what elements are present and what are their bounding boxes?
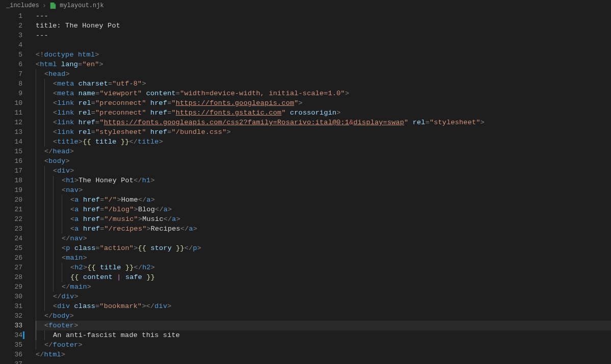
line-number[interactable]: 35 — [0, 340, 22, 350]
nunjucks-file-icon — [49, 2, 57, 9]
code-line[interactable]: <div class="bookmark"></div> — [36, 301, 611, 311]
code-line[interactable]: <div> — [36, 166, 611, 176]
line-number[interactable]: 28 — [0, 272, 22, 282]
line-number[interactable]: 24 — [0, 234, 22, 243]
line-number[interactable]: 16 — [0, 156, 22, 166]
code-line[interactable]: <nav> — [36, 185, 611, 195]
line-number[interactable]: 9 — [0, 89, 22, 98]
code-line[interactable]: {{ content | safe }} — [36, 272, 611, 282]
line-number[interactable]: 10 — [0, 98, 22, 108]
line-number[interactable]: 33 — [0, 321, 22, 330]
code-line[interactable]: <link rel="preconnect" href="https://fon… — [36, 108, 611, 118]
line-number[interactable]: 3 — [0, 31, 22, 40]
line-number[interactable]: 7 — [0, 69, 22, 79]
code-line[interactable]: <link href="https://fonts.googleapis.com… — [36, 118, 611, 127]
code-line[interactable] — [36, 40, 611, 50]
code-content[interactable]: --- title: The Honey Pot --- <!doctype h… — [26, 11, 611, 364]
line-number[interactable]: 31 — [0, 301, 22, 311]
line-number[interactable]: 14 — [0, 137, 22, 147]
line-number-gutter[interactable]: 1 2 3 4 5 6 7 8 9 10 11 12 13 14 15 16 1… — [0, 11, 26, 364]
code-line[interactable]: </html> — [36, 350, 611, 359]
code-line[interactable]: <!doctype html> — [36, 50, 611, 60]
code-editor[interactable]: 1 2 3 4 5 6 7 8 9 10 11 12 13 14 15 16 1… — [0, 11, 611, 364]
code-line[interactable]: <footer> — [36, 321, 611, 330]
code-line[interactable]: --- — [36, 31, 611, 40]
code-line[interactable]: </head> — [36, 147, 611, 156]
line-number[interactable]: 34 — [0, 330, 22, 340]
line-number[interactable]: 20 — [0, 195, 22, 205]
line-number[interactable]: 30 — [0, 292, 22, 301]
line-number[interactable]: 25 — [0, 243, 22, 253]
line-number[interactable]: 37 — [0, 359, 22, 364]
line-number[interactable]: 6 — [0, 60, 22, 69]
code-line[interactable]: <h1>The Honey Pot</h1> — [36, 176, 611, 185]
code-line[interactable]: </main> — [36, 282, 611, 292]
code-line[interactable]: <main> — [36, 253, 611, 263]
code-line[interactable]: <h2>{{ title }}</h2> — [36, 263, 611, 272]
line-number[interactable]: 23 — [0, 224, 22, 234]
code-line[interactable]: <a href="/">Home</a> — [36, 195, 611, 205]
code-line[interactable]: <p class="action">{{ story }}</p> — [36, 243, 611, 253]
breadcrumb-folder[interactable]: _includes — [6, 2, 39, 9]
line-number[interactable]: 1 — [0, 11, 22, 21]
code-line[interactable]: <a href="/recipes">Recipes</a> — [36, 224, 611, 234]
code-line[interactable]: <meta charset="utf-8"> — [36, 79, 611, 89]
code-line[interactable]: <a href="/music">Music</a> — [36, 214, 611, 224]
line-number[interactable]: 18 — [0, 176, 22, 185]
line-number[interactable]: 5 — [0, 50, 22, 60]
code-line[interactable]: <link rel="stylesheet" href="/bundle.css… — [36, 127, 611, 137]
line-number[interactable]: 4 — [0, 40, 22, 50]
breadcrumb-file[interactable]: mylayout.njk — [60, 2, 103, 9]
code-line[interactable]: <html lang="en"> — [36, 60, 611, 69]
line-number[interactable]: 13 — [0, 127, 22, 137]
line-number[interactable]: 32 — [0, 311, 22, 321]
line-number[interactable]: 12 — [0, 118, 22, 127]
line-number[interactable]: 21 — [0, 205, 22, 214]
line-number[interactable]: 17 — [0, 166, 22, 176]
code-line[interactable]: </nav> — [36, 234, 611, 243]
breadcrumb[interactable]: _includes › mylayout.njk — [0, 0, 611, 11]
chevron-right-icon: › — [42, 2, 46, 10]
code-line[interactable]: <a href="/blog">Blog</a> — [36, 205, 611, 214]
line-number[interactable]: 36 — [0, 350, 22, 359]
code-line[interactable]: title: The Honey Pot — [36, 21, 611, 31]
line-number[interactable]: 26 — [0, 253, 22, 263]
code-line[interactable]: </footer> — [36, 340, 611, 350]
code-line[interactable] — [36, 359, 611, 364]
code-line[interactable]: <title>{{ title }}</title> — [36, 137, 611, 147]
code-line[interactable]: An anti-fascist made this site — [36, 330, 611, 340]
code-line[interactable]: <link rel="preconnect" href="https://fon… — [36, 98, 611, 108]
code-line[interactable]: <body> — [36, 156, 611, 166]
code-line[interactable]: <head> — [36, 69, 611, 79]
line-number[interactable]: 15 — [0, 147, 22, 156]
line-number[interactable]: 2 — [0, 21, 22, 31]
code-line[interactable]: --- — [36, 11, 611, 21]
line-number[interactable]: 29 — [0, 282, 22, 292]
line-number[interactable]: 8 — [0, 79, 22, 89]
line-number[interactable]: 22 — [0, 214, 22, 224]
line-number[interactable]: 27 — [0, 263, 22, 272]
code-line[interactable]: </div> — [36, 292, 611, 301]
line-number[interactable]: 19 — [0, 185, 22, 195]
code-line[interactable]: </body> — [36, 311, 611, 321]
code-line[interactable]: <meta name="viewport" content="width=dev… — [36, 89, 611, 98]
line-number[interactable]: 11 — [0, 108, 22, 118]
